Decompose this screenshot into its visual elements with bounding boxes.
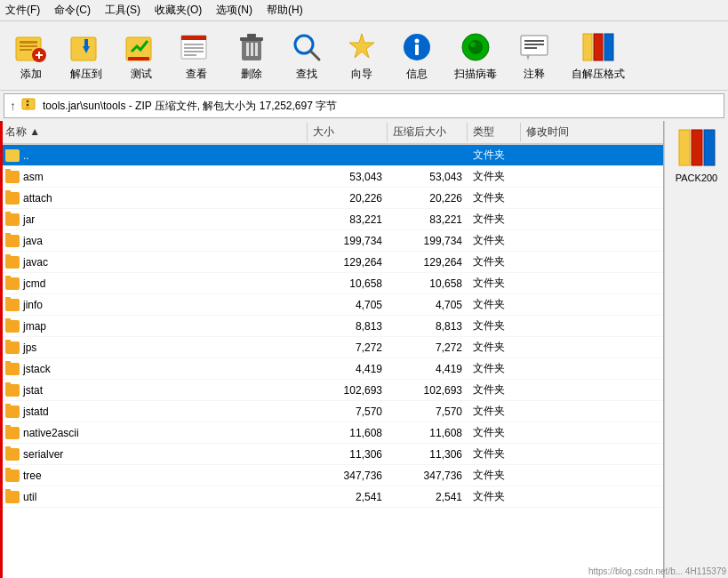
find-button[interactable]: 查找 — [281, 25, 332, 86]
col-compressed[interactable]: 压缩后大小 — [388, 123, 468, 141]
col-type[interactable]: 类型 — [468, 123, 521, 141]
file-modified — [521, 154, 663, 157]
toolbar: 添加 解压到 测试 — [0, 21, 728, 91]
file-name: jstat — [23, 384, 43, 397]
scan-button[interactable]: 扫描病毒 — [446, 25, 505, 86]
file-size: 11,608 — [308, 425, 388, 441]
find-label: 查找 — [296, 67, 317, 82]
table-row[interactable]: jstack4,4194,419文件夹 — [0, 358, 663, 380]
file-type: 文件夹 — [468, 466, 521, 485]
svg-rect-36 — [524, 47, 537, 49]
file-type: 文件夹 — [468, 295, 521, 314]
back-arrow[interactable]: ↑ — [10, 99, 16, 113]
file-name-cell: jar — [0, 212, 308, 228]
col-name[interactable]: 名称 ▲ — [0, 123, 308, 141]
table-row[interactable]: native2ascii11,60811,608文件夹 — [0, 422, 663, 444]
folder-icon — [5, 427, 20, 439]
file-compressed: 10,658 — [388, 276, 468, 292]
test-icon — [124, 29, 159, 65]
file-compressed: 129,264 — [388, 254, 468, 270]
file-size: 102,693 — [308, 382, 388, 398]
table-row[interactable]: util2,5412,541文件夹 — [0, 486, 663, 508]
svg-rect-6 — [38, 52, 40, 59]
table-row[interactable]: ..文件夹 — [0, 145, 663, 166]
menu-help[interactable]: 帮助(H) — [267, 3, 303, 18]
file-size: 129,264 — [308, 254, 388, 270]
folder-icon — [5, 384, 20, 397]
content-area: 名称 ▲ 大小 压缩后大小 类型 修改时间 ..文件夹asm53,04353,0… — [0, 121, 728, 578]
address-text: tools.jar\sun\tools - ZIP 压缩文件, 解包大小为 17… — [43, 99, 337, 114]
table-row[interactable]: java199,734199,734文件夹 — [0, 230, 663, 252]
file-type: 文件夹 — [468, 146, 521, 165]
file-name: jmap — [23, 320, 46, 333]
file-size — [308, 154, 388, 157]
col-size[interactable]: 大小 — [308, 123, 388, 141]
pack200-button[interactable]: PACK200 — [672, 124, 722, 187]
svg-rect-19 — [240, 37, 263, 41]
extract-button[interactable]: 解压到 — [60, 25, 112, 86]
file-type: 文件夹 — [468, 359, 521, 378]
file-compressed: 20,226 — [388, 190, 468, 206]
info-label: 信息 — [406, 67, 428, 82]
table-row[interactable]: tree347,736347,736文件夹 — [0, 465, 663, 486]
delete-button[interactable]: 删除 — [226, 25, 277, 86]
file-modified — [521, 431, 663, 435]
view-button[interactable]: 查看 — [171, 25, 222, 86]
folder-icon — [5, 235, 20, 247]
table-row[interactable]: jar83,22183,221文件夹 — [0, 209, 663, 230]
menu-options[interactable]: 选项(N) — [216, 3, 252, 18]
scan-label: 扫描病毒 — [454, 67, 497, 82]
file-compressed — [388, 154, 468, 157]
add-button[interactable]: 添加 — [5, 25, 57, 86]
table-row[interactable]: serialver11,30611,306文件夹 — [0, 444, 663, 465]
folder-icon — [5, 213, 20, 226]
folder-icon — [5, 299, 20, 311]
table-row[interactable]: asm53,04353,043文件夹 — [0, 166, 663, 188]
file-size: 199,734 — [308, 233, 388, 249]
folder-icon — [5, 470, 20, 482]
table-row[interactable]: jcmd10,65810,658文件夹 — [0, 273, 663, 294]
file-name-cell: jcmd — [0, 276, 308, 292]
table-row[interactable]: jstatd7,5707,570文件夹 — [0, 401, 663, 422]
file-name-cell: javac — [0, 254, 308, 270]
svg-rect-34 — [524, 40, 544, 42]
menu-command[interactable]: 命令(C) — [54, 3, 91, 18]
file-modified — [521, 410, 663, 413]
sfx-icon — [580, 29, 616, 65]
wizard-button[interactable]: 向导 — [336, 25, 388, 86]
file-size: 83,221 — [308, 212, 388, 228]
file-size: 7,272 — [308, 340, 388, 356]
file-compressed: 102,693 — [388, 382, 468, 398]
table-row[interactable]: jstat102,693102,693文件夹 — [0, 380, 663, 401]
sfx-button[interactable]: 自解压格式 — [564, 25, 633, 86]
table-row[interactable]: jps7,2727,272文件夹 — [0, 337, 663, 358]
file-name-cell: asm — [0, 169, 308, 185]
file-name: native2ascii — [23, 427, 79, 439]
test-button[interactable]: 测试 — [116, 25, 167, 86]
col-modified[interactable]: 修改时间 — [521, 123, 663, 141]
table-row[interactable]: attach20,22620,226文件夹 — [0, 188, 663, 209]
menu-tools[interactable]: 工具(S) — [105, 3, 140, 18]
table-row[interactable]: jmap8,8138,813文件夹 — [0, 316, 663, 337]
svg-rect-14 — [184, 44, 204, 45]
svg-rect-46 — [692, 130, 702, 165]
menu-file[interactable]: 文件(F) — [5, 3, 40, 18]
file-size: 7,570 — [308, 404, 388, 420]
menu-favorites[interactable]: 收藏夹(O) — [155, 3, 202, 18]
file-type: 文件夹 — [468, 381, 521, 399]
file-type: 文件夹 — [468, 487, 521, 506]
file-name: jstack — [23, 363, 51, 375]
file-modified — [521, 218, 663, 221]
comment-button[interactable]: 注释 — [508, 25, 560, 86]
file-type: 文件夹 — [468, 274, 521, 293]
file-compressed: 53,043 — [388, 169, 468, 185]
info-button[interactable]: 信息 — [391, 25, 443, 86]
table-row[interactable]: javac129,264129,264文件夹 — [0, 252, 663, 273]
file-name-cell: util — [0, 489, 308, 505]
file-size: 20,226 — [308, 190, 388, 206]
file-type: 文件夹 — [468, 402, 521, 421]
folder-icon — [5, 277, 20, 290]
table-row[interactable]: jinfo4,7054,705文件夹 — [0, 294, 663, 316]
svg-rect-16 — [184, 51, 204, 52]
file-modified — [521, 239, 663, 243]
